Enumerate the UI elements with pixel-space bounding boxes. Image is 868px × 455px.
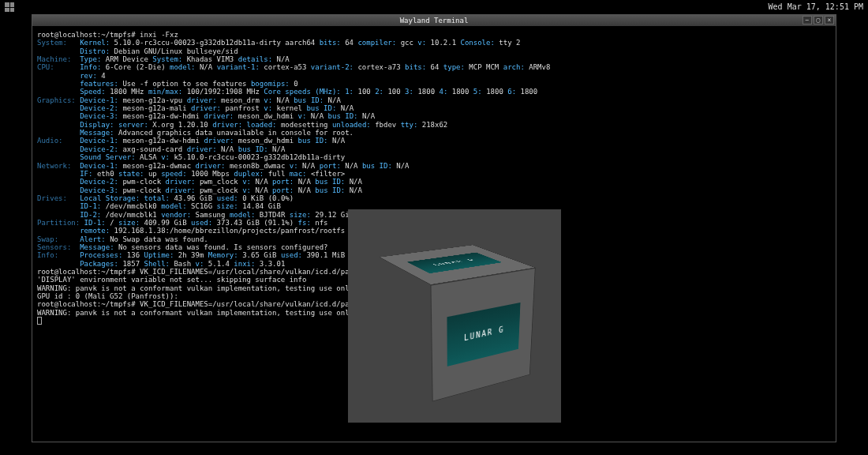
maximize-button[interactable]: ▢: [814, 16, 823, 24]
close-button[interactable]: ×: [825, 16, 834, 24]
minimize-button[interactable]: −: [803, 16, 812, 24]
cube-3d: LUNAR G LUNAR G LUNAR G: [402, 255, 502, 378]
lunarg-logo: LUNAR G: [447, 303, 520, 367]
lunarg-logo: LUNAR G: [407, 253, 503, 274]
window-title: Wayland Terminal: [400, 17, 469, 24]
clock[interactable]: Wed Mar 17, 12:51 PM: [769, 2, 863, 12]
top-panel: Wed Mar 17, 12:51 PM: [0, 0, 868, 14]
prompt-line: root@localhost:~/tmpfs# inxi -Fxz: [37, 31, 831, 39]
activities-icon[interactable]: [5, 2, 14, 12]
titlebar[interactable]: Wayland Terminal − ▢ ×: [32, 15, 836, 26]
vulkan-cube-window[interactable]: LUNAR G LUNAR G LUNAR G: [348, 209, 561, 423]
cursor-icon: [37, 317, 42, 325]
